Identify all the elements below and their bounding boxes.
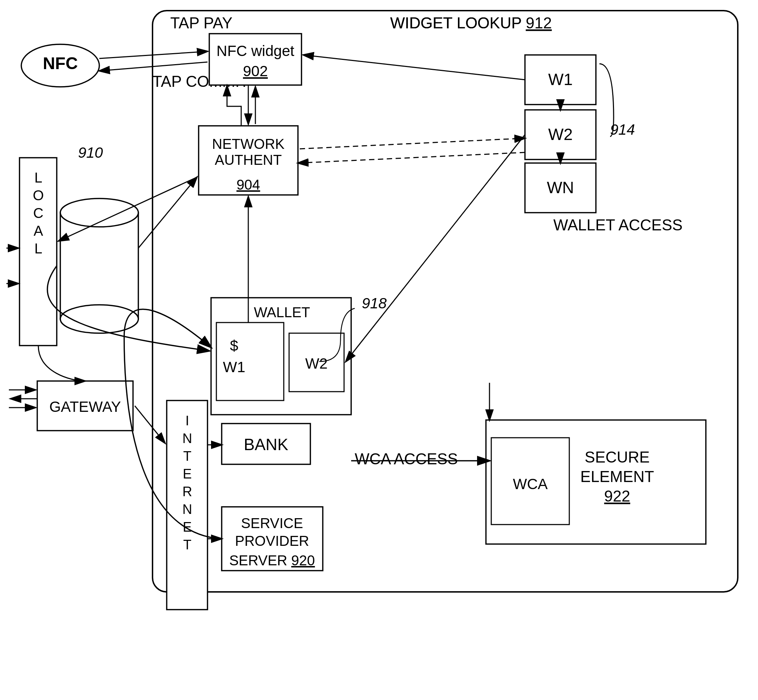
- service-line1: SERVICE: [241, 516, 303, 531]
- service-line2: PROVIDER: [235, 533, 309, 548]
- internet-t: T: [183, 449, 191, 464]
- network-authent-line1: NETWORK: [212, 136, 285, 152]
- internet-r: R: [182, 484, 192, 499]
- w1-label: W1: [548, 70, 573, 89]
- service-line3: SERVER 920: [229, 553, 315, 568]
- local-l2: L: [34, 241, 42, 256]
- internet-t2: T: [183, 538, 191, 552]
- secure-element-num: 922: [604, 488, 630, 505]
- bank-label: BANK: [244, 435, 288, 454]
- secure-element-line1: SECURE: [584, 448, 650, 466]
- local-o: O: [33, 188, 44, 203]
- diagram-container: NFC TAP PAY TAP COMMIT NFC widget 902 WI…: [0, 0, 758, 700]
- svg-rect-0: [0, 0, 758, 700]
- wca-label: WCA: [513, 476, 548, 492]
- nfc-widget-num: 902: [243, 63, 268, 80]
- w2-widget-label: W2: [548, 125, 573, 144]
- internet-n2: N: [182, 502, 192, 517]
- local-l: L: [34, 170, 42, 185]
- internet-n: N: [182, 431, 192, 446]
- wallet-w1: W1: [223, 359, 246, 375]
- wca-access-label: WCA ACCESS: [355, 450, 458, 467]
- ref-910: 910: [78, 144, 103, 161]
- secure-element-line2: ELEMENT: [580, 468, 654, 485]
- wallet-access-label: WALLET ACCESS: [553, 216, 683, 234]
- nfc-label: NFC: [43, 54, 78, 73]
- wallet-title: WALLET: [254, 305, 310, 320]
- wallet-w2: W2: [305, 355, 328, 372]
- local-c: C: [33, 205, 44, 221]
- nfc-widget-label: NFC widget: [216, 42, 294, 59]
- widget-lookup-label2: WIDGET LOOKUP 912: [390, 14, 552, 31]
- network-authent-line2: AUTHENT: [215, 152, 282, 168]
- architecture-diagram: NFC TAP PAY TAP COMMIT NFC widget 902 WI…: [0, 0, 758, 700]
- tap-pay-label: TAP PAY: [170, 14, 232, 31]
- internet-i: I: [185, 413, 190, 428]
- internet-e: E: [183, 466, 191, 481]
- wallet-dollar: $: [230, 338, 238, 354]
- network-authent-num: 904: [236, 177, 260, 192]
- ref-918: 918: [362, 295, 387, 311]
- svg-rect-9: [60, 212, 138, 319]
- gateway-label: GATEWAY: [49, 398, 121, 415]
- wn-label: WN: [547, 178, 574, 197]
- local-a: A: [34, 223, 43, 239]
